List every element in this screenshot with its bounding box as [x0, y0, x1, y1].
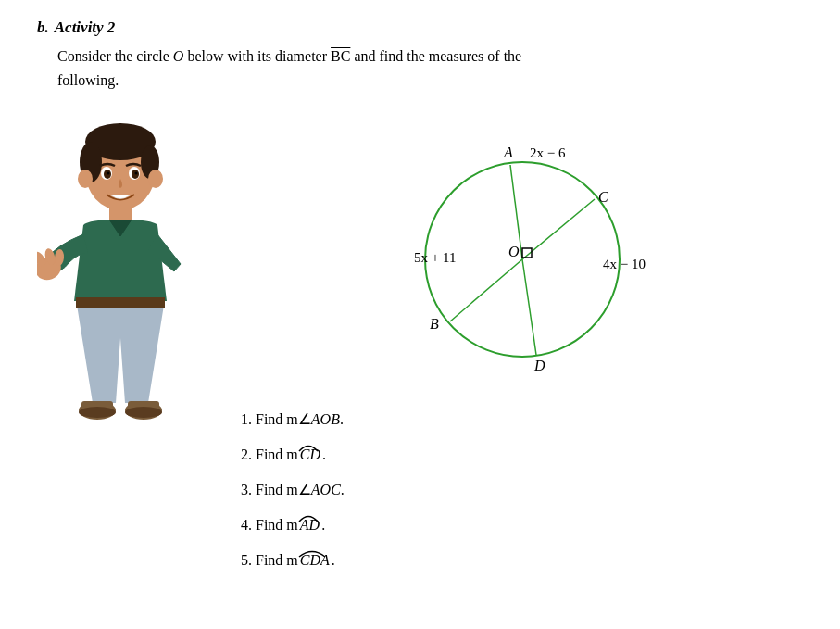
svg-rect-17 [76, 297, 165, 308]
activity-header: b. Activity 2 [37, 19, 803, 37]
svg-text:B: B [430, 316, 439, 332]
desc-line1: Consider the circle O below with its dia… [57, 48, 521, 64]
q1-num: 1. Find m∠AOB. [241, 412, 344, 427]
svg-text:D: D [533, 358, 545, 373]
question-5: 5. Find m CDA . [241, 553, 349, 568]
svg-line-26 [522, 199, 595, 259]
svg-point-23 [125, 407, 162, 418]
q5-text: 5. Find m CDA . [241, 553, 335, 568]
question-2: 2. Find m CD . [241, 447, 349, 462]
activity-description: Consider the circle O below with its dia… [57, 44, 803, 92]
question-3: 3. Find m∠AOC. [241, 483, 349, 497]
activity-title: Activity 2 [55, 19, 116, 37]
svg-text:C: C [598, 189, 608, 205]
svg-point-8 [107, 172, 110, 175]
desc-line2: following. [57, 72, 119, 88]
svg-line-27 [450, 259, 522, 321]
section-label: b. [37, 19, 49, 37]
svg-text:O: O [508, 244, 520, 259]
svg-point-11 [148, 170, 163, 188]
question-4: 4. Find m AD . [241, 518, 349, 533]
svg-line-28 [522, 259, 536, 355]
questions-list: 1. Find m∠AOB. 2. Find m CD . 3. Find m∠… [241, 412, 349, 588]
q2-text: 2. Find m CD . [241, 447, 326, 462]
main-content: A 2x − 6 C 4x − 10 B 5x + 11 D [37, 107, 803, 588]
diagram-svg: A 2x − 6 C 4x − 10 B 5x + 11 D [351, 107, 666, 394]
svg-point-9 [135, 172, 138, 175]
diameter-label: BC [331, 48, 350, 64]
right-content: A 2x − 6 C 4x − 10 B 5x + 11 D [213, 107, 803, 588]
svg-point-22 [79, 407, 116, 418]
svg-text:2x − 6: 2x − 6 [530, 145, 566, 160]
q3-text: 3. Find m∠AOC. [241, 483, 345, 497]
character-illustration [37, 116, 204, 472]
svg-point-10 [78, 170, 93, 188]
svg-text:5x + 11: 5x + 11 [414, 250, 456, 265]
svg-text:A: A [503, 145, 513, 160]
character-svg [37, 116, 204, 468]
question-1: 1. Find m∠AOB. [241, 412, 349, 427]
svg-text:4x − 10: 4x − 10 [603, 257, 646, 271]
q4-text: 4. Find m AD . [241, 518, 325, 533]
circle-diagram: A 2x − 6 C 4x − 10 B 5x + 11 D [351, 107, 666, 394]
